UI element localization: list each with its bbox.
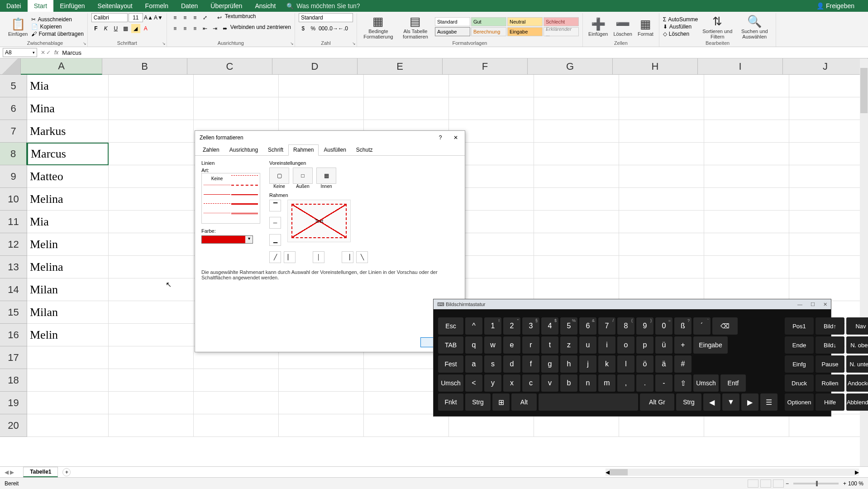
osk-key-#[interactable]: #	[674, 355, 692, 373]
zoom-in-button[interactable]: +	[843, 480, 846, 487]
line-style-dash2[interactable]	[231, 185, 258, 191]
tell-me-search[interactable]: Was möchten Sie tun?	[286, 2, 360, 10]
osk-key-TAB[interactable]: TAB	[438, 336, 463, 354]
osk-key-<[interactable]: <	[465, 374, 482, 392]
osk-key-j[interactable]: j	[579, 355, 596, 373]
osk-side-key-N.-oben[interactable]: N. oben	[846, 336, 868, 354]
style-neutral[interactable]: Neutral	[507, 17, 543, 26]
row-header-16[interactable]: 16	[0, 324, 27, 346]
cell-styles-gallery[interactable]: Standard Gut Neutral Schlecht Ausgabe Be…	[435, 17, 579, 36]
osk-side-key-Ende[interactable]: Ende	[785, 336, 814, 354]
osk-key-3[interactable]: 3§	[522, 317, 539, 335]
percent-button[interactable]: %	[309, 24, 318, 33]
osk-key-Umsch[interactable]: Umsch	[438, 374, 463, 392]
column-header-I[interactable]: I	[698, 58, 783, 75]
increase-indent-button[interactable]: ⇥	[210, 24, 219, 33]
row-header-9[interactable]: 9	[0, 165, 27, 188]
cell-B8[interactable]	[109, 143, 194, 165]
osk-key-p[interactable]: p	[636, 336, 653, 354]
osk-key-Fest[interactable]: Fest	[438, 355, 463, 373]
osk-key-7[interactable]: 7/	[598, 317, 615, 335]
cell-A14[interactable]: Milan	[27, 278, 109, 301]
cell-I5[interactable]	[704, 75, 789, 97]
font-color-button[interactable]: A	[141, 24, 150, 33]
cell-G10[interactable]	[534, 188, 619, 211]
osk-close-button[interactable]: ✕	[823, 302, 827, 307]
osk-side-key-Rollen[interactable]: Rollen	[816, 374, 844, 392]
cell-F20[interactable]	[449, 414, 534, 437]
cell-J7[interactable]	[789, 120, 868, 143]
sort-filter-button[interactable]: ⇅Sortieren und Filtern	[700, 14, 735, 40]
cell-J11[interactable]	[789, 211, 868, 233]
underline-button[interactable]: U	[111, 24, 120, 33]
cell-J13[interactable]	[789, 256, 868, 278]
row-header-14[interactable]: 14	[0, 278, 27, 301]
osk-side-key-Bild↑[interactable]: Bild↑	[816, 317, 844, 335]
cell-A18[interactable]	[27, 369, 109, 392]
line-style-dot2[interactable]	[204, 213, 230, 219]
cell-B13[interactable]	[109, 256, 194, 278]
border-button[interactable]: ▦	[121, 24, 130, 33]
osk-key-z[interactable]: z	[560, 336, 577, 354]
comma-button[interactable]: 000	[319, 24, 328, 33]
column-header-G[interactable]: G	[528, 58, 613, 75]
cell-I12[interactable]	[704, 233, 789, 256]
osk-key-6[interactable]: 6&	[579, 317, 596, 335]
line-style-none[interactable]: Keine	[204, 175, 230, 182]
line-style-dash[interactable]	[231, 175, 258, 182]
tab-datei[interactable]: Datei	[0, 0, 28, 12]
dialog-help-button[interactable]: ?	[436, 134, 445, 141]
cell-A17[interactable]	[27, 346, 109, 369]
style-schlecht[interactable]: Schlecht	[544, 17, 579, 26]
cell-G7[interactable]	[534, 120, 619, 143]
cell-I11[interactable]	[704, 211, 789, 233]
row-header-12[interactable]: 12	[0, 233, 27, 256]
row-header-17[interactable]: 17	[0, 346, 27, 369]
cell-A13[interactable]: Melina	[27, 256, 109, 278]
cell-J5[interactable]	[789, 75, 868, 97]
increase-decimal-button[interactable]: .0→	[329, 24, 338, 33]
paste-button[interactable]: 📋Einfügen	[6, 16, 29, 38]
orientation-button[interactable]: ⤢	[200, 13, 210, 22]
align-top-button[interactable]: ≡	[171, 13, 180, 22]
horizontal-scrollbar[interactable]: ◀▶	[606, 469, 859, 476]
currency-button[interactable]: $	[299, 24, 308, 33]
row-header-20[interactable]: 20	[0, 414, 27, 437]
cell-B16[interactable]	[109, 324, 194, 346]
cell-A12[interactable]: Melin	[27, 233, 109, 256]
cell-D5[interactable]	[279, 75, 364, 97]
line-color-select[interactable]	[201, 235, 253, 244]
cell-I20[interactable]	[704, 414, 789, 437]
dialog-tab-schutz[interactable]: Schutz	[351, 144, 378, 155]
column-header-J[interactable]: J	[783, 58, 868, 75]
cut-button[interactable]: ✂ Ausschneiden	[31, 16, 83, 23]
osk-key-k[interactable]: k	[598, 355, 615, 373]
osk-key-⌫[interactable]: ⌫	[712, 317, 738, 335]
osk-key-r[interactable]: r	[522, 336, 539, 354]
dialog-tab-rahmen[interactable]: Rahmen	[288, 144, 319, 156]
cell-D19[interactable]	[279, 392, 364, 414]
cell-I7[interactable]	[704, 120, 789, 143]
cell-H9[interactable]	[619, 165, 704, 188]
cell-A16[interactable]: Melin	[27, 324, 109, 346]
row-header-10[interactable]: 10	[0, 188, 27, 211]
osk-key-⊞[interactable]: ⊞	[492, 393, 510, 411]
dialog-tab-zahlen[interactable]: Zahlen	[198, 144, 224, 155]
osk-key-´[interactable]: ´`	[693, 317, 711, 335]
cell-G12[interactable]	[534, 233, 619, 256]
cell-I13[interactable]	[704, 256, 789, 278]
line-style-dot[interactable]	[204, 185, 230, 191]
cell-H8[interactable]	[619, 143, 704, 165]
style-eingabe[interactable]: Eingabe	[507, 27, 543, 36]
osk-key-ü[interactable]: ü	[655, 336, 672, 354]
align-bottom-button[interactable]: ≡	[191, 13, 200, 22]
sheet-nav[interactable]: ◀ ▶	[5, 469, 14, 475]
tab-einfuegen[interactable]: Einfügen	[53, 0, 91, 12]
osk-key-9[interactable]: 9)	[636, 317, 653, 335]
dialog-tab-schrift[interactable]: Schrift	[263, 144, 288, 155]
number-format-select[interactable]: Standard	[299, 13, 353, 22]
find-select-button[interactable]: 🔍Suchen und Auswählen	[737, 14, 772, 40]
font-size-select[interactable]: 11	[129, 13, 143, 22]
osk-side-key-N.-unten[interactable]: N. unten	[846, 355, 868, 373]
border-bottom-button[interactable]: ▁	[269, 234, 281, 246]
